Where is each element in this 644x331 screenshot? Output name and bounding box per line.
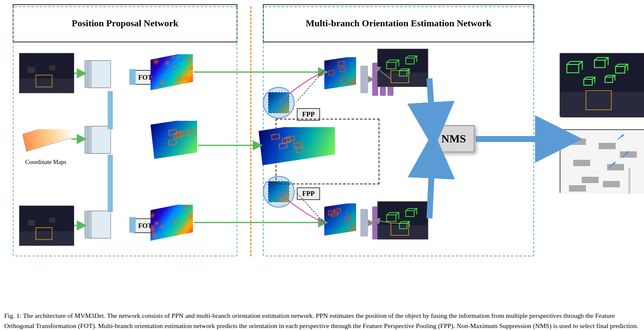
final-output-top-canvas bbox=[560, 54, 644, 117]
fused-plane-top-canvas bbox=[151, 54, 193, 90]
feat-after-fpp-top-canvas bbox=[324, 57, 356, 91]
coord-map-canvas bbox=[20, 129, 71, 157]
cam-top-image bbox=[19, 53, 74, 93]
main-container: Position Proposal Network Multi-branch O… bbox=[0, 0, 644, 331]
feat-layers-bot bbox=[83, 208, 129, 242]
fpp-dashed-box bbox=[276, 119, 379, 184]
output-img-top bbox=[377, 49, 428, 87]
fused-plane-top bbox=[151, 54, 193, 90]
final-output-bottom-canvas bbox=[560, 130, 644, 194]
cam-bottom-image bbox=[19, 206, 74, 246]
divider-line bbox=[250, 6, 251, 256]
caption-text: Fig. 1: The architecture of MVM3Det. The… bbox=[4, 312, 638, 329]
caption: Fig. 1: The architecture of MVM3Det. The… bbox=[4, 311, 640, 331]
feat-after-fpp-top bbox=[324, 57, 356, 91]
fused-plane-bot bbox=[151, 205, 193, 241]
feat-layers-mid-canvas bbox=[83, 123, 129, 157]
fused-plane-bot-canvas bbox=[151, 205, 193, 241]
final-output-top bbox=[560, 53, 644, 117]
feat-after-fpp-bot-canvas bbox=[324, 203, 356, 237]
diagram-area: Position Proposal Network Multi-branch O… bbox=[8, 4, 636, 267]
fused-plane-mid bbox=[151, 121, 197, 159]
feat-layers-bot-canvas bbox=[83, 208, 129, 242]
output-img-top-canvas bbox=[378, 50, 428, 87]
final-output-bottom bbox=[560, 129, 644, 193]
feat-layers-mid bbox=[83, 123, 129, 157]
nms-box: NMS bbox=[432, 125, 475, 153]
fpp-circle-top-canvas bbox=[264, 88, 294, 118]
fpp-circle-top bbox=[263, 87, 295, 119]
coord-map-shape bbox=[20, 129, 71, 157]
fpp-box-bottom: FPP bbox=[297, 187, 320, 200]
output-img-bottom bbox=[377, 201, 428, 239]
feat-layers-top-canvas bbox=[83, 57, 129, 91]
mlp-bar-bottom bbox=[360, 209, 368, 236]
fused-plane-mid-canvas bbox=[151, 121, 197, 159]
mlp-bar-top bbox=[360, 66, 368, 93]
cam-bottom-canvas bbox=[20, 206, 74, 245]
output-img-bottom-canvas bbox=[378, 202, 428, 239]
feat-after-fpp-bot bbox=[324, 203, 356, 237]
cam-top-canvas bbox=[20, 53, 74, 93]
coord-map-label: Coordinate Maps bbox=[20, 159, 71, 166]
feat-layers-top bbox=[83, 57, 129, 91]
